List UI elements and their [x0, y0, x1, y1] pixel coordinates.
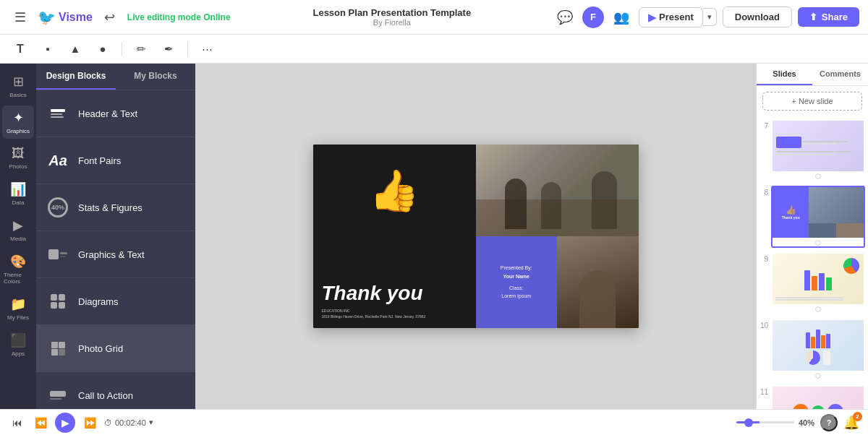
cta-icon	[46, 384, 69, 407]
t8-small-photos	[809, 223, 864, 238]
slide-number: 7	[760, 119, 768, 130]
sidebar-label-apps: Apps	[12, 350, 25, 357]
panel-item-graphics-text[interactable]: Graphics & Text	[36, 231, 195, 278]
panel-item-call-to-action[interactable]: Call to Action	[36, 372, 195, 409]
triangle-tool[interactable]: ▲	[65, 39, 85, 59]
t9-bar-1	[804, 270, 810, 290]
notifications-badge[interactable]: 🔔 2	[843, 415, 859, 431]
slide-thumb-7[interactable]: ⬡	[771, 119, 865, 181]
slide-number: 10	[760, 319, 768, 330]
slide-top-right	[476, 145, 639, 236]
tab-my-blocks[interactable]: My Blocks	[116, 64, 195, 90]
zoom-slider[interactable]	[736, 421, 794, 423]
panel-item-header-text[interactable]: Header & Text	[36, 90, 195, 137]
t10-b5	[826, 334, 830, 348]
sidebar-item-basics[interactable]: ⊞ Basics	[2, 69, 34, 103]
sidebar-label-media: Media	[10, 236, 26, 242]
sidebar-item-graphics[interactable]: ✦ Graphics	[2, 105, 34, 139]
header-text-icon	[46, 102, 69, 125]
expand-icon: ⬡	[815, 173, 821, 180]
panel-item-font-pairs[interactable]: Aa Font Pairs	[36, 137, 195, 184]
sidebar-item-data[interactable]: 📊 Data	[2, 177, 34, 210]
person-3	[541, 182, 561, 229]
visme-bird-icon: 🐦	[38, 9, 56, 26]
panel-item-stats-figures[interactable]: 40% Stats & Figures	[36, 184, 195, 231]
t10-b4	[821, 335, 825, 348]
toolbar2: T ▪ ▲ ● ✏ ✒ ⋯	[0, 35, 868, 64]
present-dropdown-button[interactable]: ▾	[703, 8, 717, 26]
chat-button[interactable]: 💬	[553, 6, 576, 29]
notification-count: 2	[853, 412, 862, 421]
tab-design-blocks[interactable]: Design Blocks	[36, 64, 116, 90]
t10-bar-chart	[806, 327, 830, 348]
skip-back-button[interactable]: ⏮	[9, 414, 26, 431]
share-button[interactable]: ⬆ Share	[798, 7, 859, 27]
document-title: Lesson Plan Presentation Template	[312, 7, 471, 18]
table-row: 11 ⬡	[760, 385, 865, 409]
zoom-percent: 40%	[799, 418, 814, 427]
tab-slides[interactable]: Slides	[757, 64, 812, 85]
expand-icon-10: ⬡	[815, 372, 821, 379]
hamburger-icon: ☰	[14, 9, 26, 25]
sidebar-label-basics: Basics	[9, 92, 27, 98]
apps-icon: ⬛	[10, 332, 26, 348]
topbar-center: Lesson Plan Presentation Template By Fio…	[238, 7, 546, 27]
header-text-label: Header & Text	[78, 108, 137, 119]
slide-thumb-11[interactable]: ⬡	[771, 385, 865, 409]
text-tool[interactable]: T	[10, 39, 30, 59]
sidebar-item-apps[interactable]: ⬛ Apps	[2, 328, 34, 361]
slide-thumb-10[interactable]: ⬡	[771, 319, 865, 381]
brush-tool[interactable]: ✒	[158, 39, 179, 59]
undo-button[interactable]: ↩	[98, 6, 122, 29]
t9-bar-3	[819, 273, 825, 290]
sidebar-item-theme-colors[interactable]: 🎨 Theme Colors	[2, 249, 34, 289]
present-button[interactable]: ▶ Present	[639, 7, 703, 27]
table-row: 10	[760, 319, 865, 381]
left-sidebar: ⊞ Basics ✦ Graphics 🖼 Photos 📊 Data ▶ Me…	[0, 64, 36, 409]
theme-colors-icon: 🎨	[10, 254, 26, 270]
time-value: 00:02:40	[115, 418, 146, 427]
tab-comments[interactable]: Comments	[812, 64, 868, 85]
slide-thumb-9[interactable]: ⬡	[771, 252, 865, 314]
slide-8-action: ⬡	[773, 239, 864, 246]
bottom-bar: ⏮ ⏪ ▶ ⏩ ⏱ 00:02:40 ▾ 40% ? 🔔 2	[0, 409, 868, 435]
expand-icon-8: ⬡	[815, 239, 821, 246]
sidebar-label-photos: Photos	[9, 163, 27, 170]
t10-b2	[811, 337, 815, 348]
next-button[interactable]: ⏩	[81, 414, 98, 431]
sidebar-item-media[interactable]: ▶ Media	[2, 213, 34, 246]
view-controls: 40% ? 🔔 2	[736, 414, 859, 431]
users-button[interactable]: 👥	[610, 6, 633, 29]
t11-circle-1	[793, 404, 809, 409]
data-icon: 📊	[10, 181, 26, 197]
new-slide-button[interactable]: + New slide	[762, 92, 862, 111]
font-pairs-label: Font Pairs	[78, 155, 121, 166]
rectangle-tool[interactable]: ▪	[38, 39, 58, 59]
panel-item-photo-grid[interactable]: Photo Grid	[36, 325, 195, 372]
help-button[interactable]: ?	[820, 414, 838, 431]
prev-button[interactable]: ⏪	[32, 414, 49, 431]
pen-tool[interactable]: ✏	[131, 39, 151, 59]
panel-item-diagrams[interactable]: Diagrams	[36, 278, 195, 325]
canvas-area: 👍 Thank you EDUCATION INC	[195, 64, 756, 409]
font-pairs-icon: Aa	[46, 149, 69, 172]
slide-number: 8	[760, 186, 768, 197]
more-tools-button[interactable]: ⋯	[197, 39, 217, 59]
sidebar-item-photos[interactable]: 🖼 Photos	[2, 142, 34, 174]
menu-button[interactable]: ☰	[9, 6, 32, 29]
cta-label: Call to Action	[78, 390, 133, 401]
avatar: F	[582, 7, 604, 28]
play-button[interactable]: ▶	[55, 413, 75, 433]
present-group: ▶ Present ▾	[639, 7, 717, 27]
slide-number: 9	[760, 252, 768, 263]
photo-grid-icon	[46, 337, 69, 360]
t10-b3	[816, 330, 820, 348]
slide-thumb-8[interactable]: 👍 Thank you	[771, 186, 865, 248]
slide-canvas[interactable]: 👍 Thank you EDUCATION INC	[313, 145, 639, 328]
download-button[interactable]: Download	[723, 7, 792, 27]
t10-line-chart	[823, 350, 830, 365]
time-display: ⏱ 00:02:40 ▾	[104, 418, 153, 427]
office-scene	[476, 145, 639, 236]
sidebar-item-my-files[interactable]: 📁 My Files	[2, 292, 34, 325]
circle-tool[interactable]: ●	[93, 39, 113, 59]
